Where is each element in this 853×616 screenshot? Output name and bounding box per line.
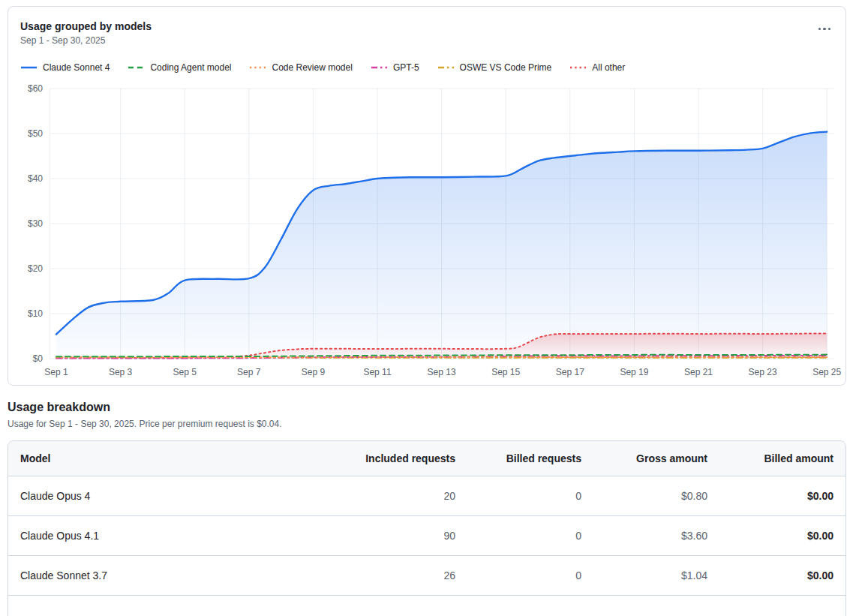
cell-billed-amount: $0.00 xyxy=(719,476,845,515)
usage-breakdown-table: ModelIncluded requestsBilled requestsGro… xyxy=(8,440,846,616)
cell-billed-requests: 0 xyxy=(467,516,593,555)
chart-canvas: $0$10$20$30$40$50$60Sep 1Sep 3Sep 5Sep 7… xyxy=(20,82,834,380)
legend-item-coding-agent-model[interactable]: Coding Agent model xyxy=(128,62,231,73)
legend-label: Code Review model xyxy=(272,62,352,73)
y-tick-label: $40 xyxy=(28,173,43,184)
x-tick-label: Sep 3 xyxy=(109,367,133,377)
usage-breakdown-section: Usage breakdown Usage for Sep 1 - Sep 30… xyxy=(8,401,846,616)
legend-marker-coding-agent-model xyxy=(128,64,145,71)
legend-label: GPT-5 xyxy=(393,62,419,73)
x-tick-label: Sep 5 xyxy=(173,367,197,377)
y-tick-label: $60 xyxy=(28,83,43,94)
x-tick-label: Sep 23 xyxy=(749,367,777,377)
x-tick-label: Sep 15 xyxy=(491,367,520,377)
chart-legend: Claude Sonnet 4Coding Agent modelCode Re… xyxy=(8,62,845,73)
x-tick-label: Sep 1 xyxy=(44,367,68,377)
chart-card-titles: Usage grouped by models Sep 1 - Sep 30, … xyxy=(20,19,152,46)
column-header-billed-requests: Billed requests xyxy=(467,441,593,476)
x-tick-label: Sep 21 xyxy=(684,367,713,377)
legend-marker-gpt-5 xyxy=(371,64,388,71)
legend-item-claude-sonnet-4[interactable]: Claude Sonnet 4 xyxy=(20,62,110,73)
x-tick-label: Sep 17 xyxy=(556,367,584,377)
y-tick-label: $50 xyxy=(28,128,43,139)
cell-included-requests: 90 xyxy=(340,516,467,555)
y-tick-label: $0 xyxy=(33,353,44,364)
column-header-billed-amount: Billed amount xyxy=(719,441,845,476)
usage-area-chart[interactable]: $0$10$20$30$40$50$60Sep 1Sep 3Sep 5Sep 7… xyxy=(8,82,845,380)
cell-included-requests: 26 xyxy=(340,556,467,595)
table-row-partial xyxy=(8,595,845,616)
breakdown-subtitle: Usage for Sep 1 - Sep 30, 2025. Price pe… xyxy=(8,419,846,429)
usage-chart-card: Usage grouped by models Sep 1 - Sep 30, … xyxy=(8,6,846,386)
legend-label: Claude Sonnet 4 xyxy=(43,62,110,73)
column-header-gross-amount: Gross amount xyxy=(593,441,719,476)
cell-gross-amount: $1.04 xyxy=(593,556,719,595)
x-tick-label: Sep 19 xyxy=(620,367,648,377)
legend-label: All other xyxy=(592,62,625,73)
table-header-row: ModelIncluded requestsBilled requestsGro… xyxy=(8,441,845,476)
legend-item-oswe-vs-code-prime[interactable]: OSWE VS Code Prime xyxy=(437,62,552,73)
y-tick-label: $20 xyxy=(28,263,43,274)
copilot-usage-page: Usage grouped by models Sep 1 - Sep 30, … xyxy=(0,0,853,616)
x-tick-label: Sep 9 xyxy=(302,367,326,377)
x-tick-label: Sep 25 xyxy=(812,367,841,377)
cell-model: Claude Sonnet 3.7 xyxy=(8,556,340,595)
legend-marker-claude-sonnet-4 xyxy=(20,64,38,71)
kebab-dot xyxy=(823,28,825,30)
cell-gross-amount: $3.60 xyxy=(593,516,719,555)
cell-billed-amount: $0.00 xyxy=(719,516,845,555)
legend-marker-oswe-vs-code-prime xyxy=(437,64,455,71)
chart-card-header: Usage grouped by models Sep 1 - Sep 30, … xyxy=(8,19,845,46)
kebab-dot xyxy=(828,28,830,30)
legend-marker-all-other xyxy=(569,64,587,71)
column-header-model: Model xyxy=(8,441,340,476)
y-tick-label: $30 xyxy=(28,218,43,229)
chart-card-title: Usage grouped by models xyxy=(20,19,152,34)
cell-billed-requests: 0 xyxy=(467,556,593,595)
legend-item-code-review-model[interactable]: Code Review model xyxy=(249,62,352,73)
kebab-menu-icon[interactable] xyxy=(815,22,833,36)
cell-model: Claude Opus 4 xyxy=(8,476,340,515)
legend-label: OSWE VS Code Prime xyxy=(460,62,552,73)
cell-included-requests: 20 xyxy=(340,476,467,515)
column-header-included-requests: Included requests xyxy=(340,441,467,476)
y-tick-label: $10 xyxy=(28,308,43,319)
chart-card-date-range: Sep 1 - Sep 30, 2025 xyxy=(20,35,152,46)
breakdown-title: Usage breakdown xyxy=(8,401,846,414)
cell-billed-amount: $0.00 xyxy=(719,556,845,595)
kebab-dot xyxy=(818,28,821,30)
cell-gross-amount: $0.80 xyxy=(593,476,719,515)
legend-item-all-other[interactable]: All other xyxy=(569,62,625,73)
cell-model: Claude Opus 4.1 xyxy=(8,516,340,555)
legend-marker-code-review-model xyxy=(249,64,266,71)
legend-label: Coding Agent model xyxy=(150,62,231,73)
cell-billed-requests: 0 xyxy=(467,476,593,515)
x-tick-label: Sep 13 xyxy=(428,367,456,377)
table-row-claude-opus-4: Claude Opus 4200$0.80$0.00 xyxy=(8,476,845,516)
x-tick-label: Sep 7 xyxy=(237,367,261,377)
table-row-claude-sonnet-3-7: Claude Sonnet 3.7260$1.04$0.00 xyxy=(8,556,845,595)
table-row-claude-opus-4-1: Claude Opus 4.1900$3.60$0.00 xyxy=(8,516,845,556)
legend-item-gpt-5[interactable]: GPT-5 xyxy=(371,62,419,73)
table-body: Claude Opus 4200$0.80$0.00Claude Opus 4.… xyxy=(8,476,845,595)
x-tick-label: Sep 11 xyxy=(363,367,391,377)
